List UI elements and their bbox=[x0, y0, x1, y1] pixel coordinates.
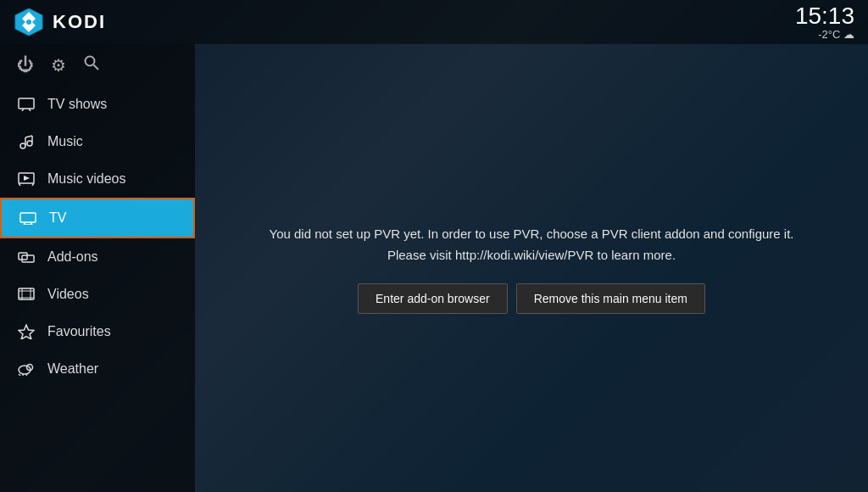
svg-point-3 bbox=[86, 57, 95, 66]
sidebar-item-favourites[interactable]: Favourites bbox=[0, 313, 195, 350]
svg-rect-22 bbox=[22, 255, 34, 262]
svg-rect-21 bbox=[19, 253, 27, 260]
tv-shows-icon bbox=[17, 95, 36, 114]
music-videos-icon bbox=[17, 170, 36, 188]
sidebar-label-tv-shows: TV shows bbox=[47, 97, 107, 112]
sidebar-label-tv: TV bbox=[49, 210, 66, 226]
addons-icon bbox=[17, 248, 36, 266]
sidebar-label-music: Music bbox=[47, 134, 83, 149]
sidebar-label-weather: Weather bbox=[47, 361, 98, 377]
settings-button[interactable]: ⚙ bbox=[51, 55, 66, 75]
clock-time: 15:13 bbox=[795, 4, 854, 28]
search-icon bbox=[83, 54, 100, 71]
svg-rect-17 bbox=[20, 213, 36, 222]
pvr-message-line1: You did not set up PVR yet. In order to … bbox=[270, 226, 794, 241]
svg-rect-5 bbox=[19, 98, 34, 109]
svg-marker-28 bbox=[19, 325, 34, 339]
sidebar-item-music[interactable]: Music bbox=[0, 123, 195, 160]
sidebar-label-add-ons: Add-ons bbox=[47, 249, 98, 265]
pvr-dialog: You did not set up PVR yet. In order to … bbox=[270, 223, 794, 314]
tv-icon bbox=[19, 209, 37, 227]
pvr-buttons: Enter add-on browser Remove this main me… bbox=[270, 283, 794, 314]
videos-icon bbox=[17, 285, 36, 304]
weather-icon bbox=[17, 360, 36, 378]
favourites-icon bbox=[17, 322, 36, 341]
enter-addon-browser-button[interactable]: Enter add-on browser bbox=[358, 283, 508, 314]
svg-line-4 bbox=[94, 65, 99, 70]
svg-line-31 bbox=[19, 374, 20, 376]
kodi-logo-icon bbox=[14, 7, 44, 37]
svg-line-10 bbox=[25, 136, 32, 137]
sidebar: ⏻ ⚙ TV shows bbox=[0, 44, 195, 492]
content-area: You did not set up PVR yet. In order to … bbox=[195, 44, 868, 492]
sidebar-controls: ⏻ ⚙ bbox=[0, 48, 195, 86]
music-icon bbox=[17, 132, 36, 151]
sidebar-item-tv-shows[interactable]: TV shows bbox=[0, 86, 195, 123]
main-layout: ⏻ ⚙ TV shows bbox=[0, 44, 868, 492]
sidebar-label-music-videos: Music videos bbox=[47, 171, 125, 187]
sidebar-menu: TV shows Music Music videos bbox=[0, 86, 195, 492]
top-bar: KODI 15:13 -2°C ☁ bbox=[0, 0, 868, 44]
search-button[interactable] bbox=[83, 54, 100, 75]
pvr-message-line2: Please visit http://kodi.wiki/view/PVR t… bbox=[387, 248, 676, 262]
sidebar-label-favourites: Favourites bbox=[47, 324, 111, 339]
pvr-message: You did not set up PVR yet. In order to … bbox=[270, 223, 794, 266]
clock-weather: -2°C ☁ bbox=[795, 28, 854, 41]
svg-point-2 bbox=[26, 20, 31, 25]
svg-point-12 bbox=[27, 141, 32, 146]
sidebar-item-tv[interactable]: TV bbox=[0, 198, 195, 238]
sidebar-item-add-ons[interactable]: Add-ons bbox=[0, 238, 195, 276]
sidebar-item-videos[interactable]: Videos bbox=[0, 276, 195, 313]
app-container: KODI 15:13 -2°C ☁ ⏻ ⚙ bbox=[0, 0, 868, 492]
svg-marker-14 bbox=[24, 176, 30, 181]
app-title: KODI bbox=[53, 11, 106, 33]
sidebar-label-videos: Videos bbox=[47, 287, 89, 302]
power-button[interactable]: ⏻ bbox=[17, 55, 34, 75]
sidebar-item-weather[interactable]: Weather bbox=[0, 350, 195, 388]
clock-widget: 15:13 -2°C ☁ bbox=[795, 4, 854, 41]
logo-area: KODI bbox=[14, 7, 106, 37]
svg-point-8 bbox=[20, 143, 25, 148]
remove-main-menu-item-button[interactable]: Remove this main menu item bbox=[516, 283, 705, 314]
sidebar-item-music-videos[interactable]: Music videos bbox=[0, 160, 195, 198]
